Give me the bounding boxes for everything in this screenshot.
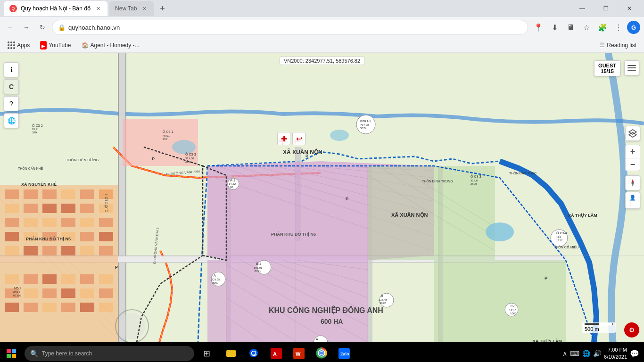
minimize-button[interactable]: — [571, 0, 593, 17]
help-button[interactable]: ? [4, 96, 19, 111]
url-text: quyhoach.hanoi.vn [68, 24, 522, 31]
svg-rect-81 [80, 303, 94, 312]
svg-text:ĐI ĐƯỜNG VÀNH ĐAI 3: ĐI ĐƯỜNG VÀNH ĐAI 3 [152, 227, 159, 264]
location-icon[interactable]: 📍 [531, 20, 546, 35]
tab-quyhoach[interactable]: Q Quy hoạch Hà Nội - Bản đồ ✕ [4, 1, 107, 16]
hamburger-menu-button[interactable] [624, 60, 639, 75]
zoom-in-button[interactable]: + [625, 145, 640, 158]
screen-icon[interactable]: 🖥 [563, 20, 578, 35]
svg-rect-70 [99, 274, 113, 284]
svg-text:PHÂN KHU ĐÔ THỊ N5: PHÂN KHU ĐÔ THỊ N5 [26, 236, 71, 241]
map-container[interactable]: ✚ ↩ XÃ XUÂN NỘN XÃ XUÂN NỘN XÃ XUÂN NỘN … [0, 53, 644, 342]
svg-rect-4 [0, 256, 566, 262]
bookmark-agent[interactable]: 🏠 Agent - Homedy -... [78, 41, 143, 49]
svg-rect-60 [24, 246, 38, 255]
svg-text:14,22: 14,22 [229, 182, 236, 185]
notification-button[interactable]: 💬 [629, 348, 640, 359]
svg-line-23 [269, 260, 368, 298]
download-icon[interactable]: ⬇ [547, 20, 562, 35]
extensions-icon[interactable]: 🧩 [595, 20, 610, 35]
zoom-out-button[interactable]: − [625, 158, 640, 171]
forward-button[interactable]: → [20, 21, 33, 34]
zoom-controls: + − [625, 145, 640, 171]
new-tab-button[interactable]: + [156, 2, 169, 15]
svg-rect-5 [295, 147, 301, 241]
guest-panel[interactable]: GUEST 15/15 [594, 60, 620, 76]
close-button[interactable]: ✕ [619, 0, 640, 17]
ham-line-1 [627, 65, 636, 66]
taskbar-search[interactable]: 🔍 Type here to search [25, 346, 194, 361]
svg-marker-11 [226, 260, 368, 342]
svg-rect-36 [24, 189, 38, 199]
bookmarks-bar: Apps ▶ YouTube 🏠 Agent - Homedy -... ☰ R… [0, 38, 644, 53]
globe-button[interactable]: 🌐 [4, 113, 19, 128]
tab-newtab[interactable]: New Tab ✕ [109, 1, 154, 16]
svg-rect-74 [61, 288, 75, 298]
restore-button[interactable]: ❒ [595, 0, 617, 17]
file-explorer-icon [225, 347, 237, 359]
network-icon[interactable]: 🌐 [581, 349, 591, 358]
tab-title-2: New Tab [115, 5, 137, 12]
svg-text:203,35: 203,35 [211, 278, 220, 281]
svg-text:Ô C3-1: Ô C3-1 [163, 130, 173, 133]
map-controls-left: ℹ C ? 🌐 [4, 62, 19, 128]
task-view-button[interactable]: ⊞ [196, 343, 217, 362]
bookmark-youtube[interactable]: ▶ YouTube [36, 40, 74, 50]
guest-label: GUEST [598, 63, 616, 68]
svg-line-18 [311, 166, 434, 178]
reading-list-button[interactable]: ☰ Reading list [596, 41, 640, 49]
svg-line-179 [9, 185, 118, 293]
move-cross-button[interactable]: ✚ [277, 132, 290, 145]
start-button[interactable] [0, 342, 23, 362]
bottom-red-icon[interactable]: ⚙ [624, 322, 639, 337]
zalo-icon: Zalo [339, 348, 350, 359]
back-button[interactable]: ← [4, 21, 17, 34]
svg-point-95 [551, 230, 568, 247]
undo-button[interactable]: ↩ [292, 132, 305, 145]
taskbar-clock[interactable]: 7:00 PM 6/10/2021 [604, 346, 627, 361]
svg-rect-3 [0, 255, 566, 263]
svg-line-14 [236, 166, 434, 225]
svg-rect-1 [118, 53, 126, 342]
street-view-button[interactable]: 👤| [625, 192, 640, 209]
svg-rect-65 [5, 274, 19, 284]
reload-button[interactable]: ↻ [36, 21, 49, 34]
taskbar-app-chrome[interactable] [311, 343, 332, 362]
taskbar-app-acrobat[interactable]: A [266, 343, 287, 362]
svg-text:399: 399 [32, 131, 37, 134]
info-button[interactable]: ℹ [4, 62, 19, 77]
menu-icon[interactable]: ⋮ [611, 20, 626, 35]
map-circle-c[interactable]: C [4, 79, 19, 94]
svg-text:B-1: B-1 [256, 262, 261, 265]
volume-icon[interactable]: 🔊 [592, 349, 602, 358]
svg-text:8141: 8141 [255, 270, 261, 272]
taskbar-app-explorer[interactable] [221, 343, 241, 362]
svg-line-24 [283, 260, 368, 284]
svg-rect-77 [5, 303, 19, 312]
bookmark-apps[interactable]: Apps [4, 41, 33, 50]
svg-line-176 [0, 199, 118, 321]
profile-button[interactable]: G [627, 21, 640, 34]
taskbar-app-zalo[interactable]: Zalo [334, 343, 355, 362]
layer-button[interactable] [625, 126, 640, 141]
bookmark-agent-label: Agent - Homedy -... [91, 42, 140, 49]
compass-button[interactable] [625, 175, 640, 190]
keyboard-icon[interactable]: ⌨ [569, 349, 580, 358]
svg-marker-181 [629, 132, 636, 137]
chevron-up-icon[interactable]: ∧ [561, 349, 568, 358]
svg-text:THÔN TIÊN HƯNG: THÔN TIÊN HƯNG [66, 158, 99, 162]
url-bar[interactable]: 🔒 quyhoach.hanoi.vn [52, 20, 528, 35]
taskbar-app-edge[interactable] [243, 343, 264, 362]
star-icon[interactable]: ☆ [579, 20, 594, 35]
windows-logo [7, 349, 16, 358]
tab-close-1[interactable]: ✕ [94, 5, 102, 12]
svg-rect-35 [5, 189, 19, 199]
window-controls: — ❒ ✕ [571, 0, 640, 17]
svg-rect-43 [42, 204, 57, 213]
taskbar-app-wps[interactable]: W [289, 343, 309, 362]
tab-close-2[interactable]: ✕ [141, 5, 149, 12]
svg-text:81,7: 81,7 [32, 128, 38, 131]
svg-line-19 [330, 166, 434, 171]
svg-line-177 [0, 208, 118, 331]
svg-rect-39 [80, 189, 94, 199]
